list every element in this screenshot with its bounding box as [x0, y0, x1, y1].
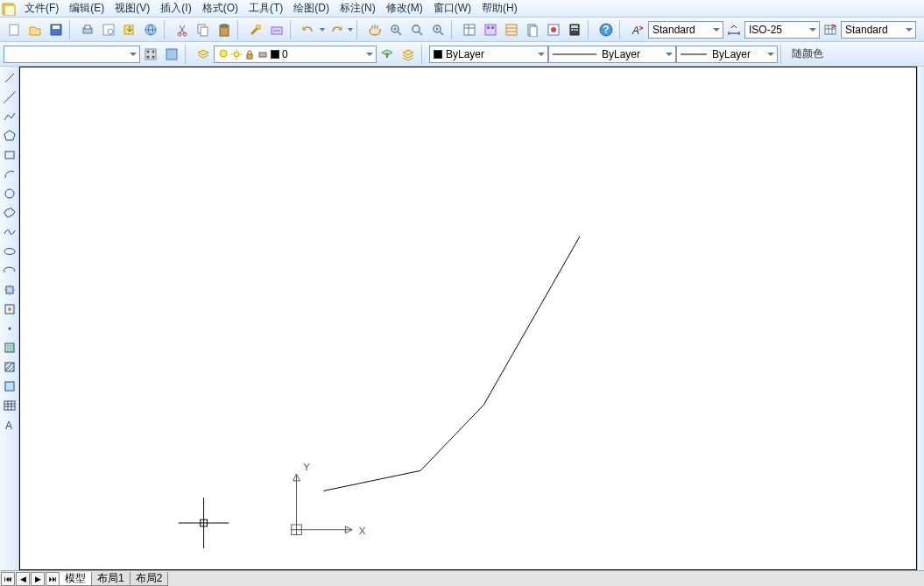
text-style-icon[interactable]: A	[628, 20, 647, 39]
svg-rect-65	[5, 382, 14, 391]
svg-point-61	[8, 307, 11, 311]
rectangle-tool[interactable]	[1, 146, 18, 164]
plotstyle-label: 随颜色	[788, 46, 827, 61]
menu-window[interactable]: 窗口(W)	[428, 0, 476, 18]
dim-style-combo[interactable]: ISO-25	[744, 21, 820, 39]
color-combo[interactable]: ByLayer	[429, 46, 548, 63]
cut-button[interactable]	[173, 20, 192, 39]
copy-button[interactable]	[194, 20, 213, 39]
ellipse-tool[interactable]	[1, 243, 18, 260]
lineweight-combo[interactable]: ByLayer	[676, 46, 778, 63]
line-tool[interactable]	[1, 69, 18, 87]
properties-button[interactable]	[460, 20, 479, 39]
circle-tool[interactable]	[1, 185, 18, 202]
pan-button[interactable]	[365, 20, 384, 39]
svg-point-30	[551, 27, 556, 32]
match-prop-button[interactable]	[246, 20, 265, 39]
tab-model[interactable]: 模型	[59, 572, 92, 586]
publish-button[interactable]	[120, 20, 139, 39]
drawing-content: Y X	[20, 67, 916, 569]
etransmit-button[interactable]	[141, 20, 160, 39]
new-button[interactable]	[4, 20, 24, 39]
clean-screen-button[interactable]	[162, 45, 181, 64]
ellipse-arc-tool[interactable]	[1, 262, 18, 279]
design-center-button[interactable]	[481, 20, 500, 39]
menu-file[interactable]: 文件(F)	[19, 0, 64, 18]
tab-model-label: 模型	[65, 571, 86, 586]
tab-last-button[interactable]: ⏭	[46, 572, 60, 586]
tab-layout1[interactable]: 布局1	[91, 572, 130, 586]
mtext-tool[interactable]: A	[1, 416, 18, 434]
svg-point-47	[234, 52, 239, 57]
menu-view[interactable]: 视图(V)	[109, 0, 155, 18]
tab-first-button[interactable]: ⏮	[1, 572, 15, 586]
point-tool[interactable]	[1, 320, 18, 337]
table-style-combo[interactable]: Standard	[841, 21, 916, 39]
calculator-button[interactable]	[565, 20, 584, 39]
sheet-set-button[interactable]	[523, 20, 542, 39]
save-button[interactable]	[46, 20, 66, 39]
tab-prev-button[interactable]: ◀	[16, 572, 30, 586]
tab-next-button[interactable]: ▶	[31, 572, 45, 586]
layer-combo[interactable]: 0	[214, 46, 377, 63]
tab-layout1-label: 布局1	[97, 571, 124, 586]
svg-point-44	[152, 55, 155, 58]
zoom-realtime-button[interactable]	[386, 20, 406, 39]
print-button[interactable]	[78, 20, 97, 39]
svg-rect-66	[4, 401, 15, 410]
block-editor-button[interactable]	[267, 20, 286, 39]
svg-point-62	[8, 328, 11, 330]
table-style-icon[interactable]	[821, 20, 840, 39]
print-preview-button[interactable]	[99, 20, 118, 39]
polyline-tool[interactable]	[1, 108, 18, 125]
drawing-canvas[interactable]: Y X	[19, 67, 917, 570]
layer-name: 0	[282, 48, 288, 60]
menu-draw[interactable]: 绘图(D)	[288, 0, 335, 18]
zoom-previous-button[interactable]	[428, 20, 448, 39]
zoom-window-button[interactable]	[407, 20, 427, 39]
help-button[interactable]: ?	[596, 20, 616, 39]
text-style-combo[interactable]: Standard	[648, 21, 723, 39]
hatch-tool[interactable]	[1, 339, 18, 357]
menu-insert[interactable]: 插入(I)	[155, 0, 196, 18]
text-style-value: Standard	[652, 24, 695, 36]
svg-point-20	[413, 25, 420, 32]
command-combo[interactable]	[4, 46, 140, 63]
menu-help[interactable]: 帮助(H)	[476, 0, 523, 18]
menu-edit[interactable]: 编辑(E)	[64, 0, 109, 18]
arc-tool[interactable]	[1, 166, 18, 183]
dim-style-icon[interactable]	[724, 20, 744, 39]
redo-button[interactable]	[327, 20, 346, 39]
open-button[interactable]	[25, 20, 45, 39]
tab-layout2[interactable]: 布局2	[130, 572, 169, 586]
insert-block-tool[interactable]	[1, 281, 18, 299]
tool-palettes-button[interactable]	[502, 20, 521, 39]
paste-button[interactable]	[215, 20, 234, 39]
svg-rect-33	[571, 29, 573, 31]
xline-tool[interactable]	[1, 88, 18, 106]
spline-tool[interactable]	[1, 223, 18, 241]
layer-states-button[interactable]	[399, 45, 418, 64]
table-tool[interactable]	[1, 397, 18, 414]
qnew-button[interactable]	[141, 45, 160, 64]
svg-point-46	[220, 50, 227, 57]
linetype-preview-icon	[553, 51, 596, 58]
svg-rect-45	[166, 49, 177, 60]
layer-manager-button[interactable]	[194, 45, 213, 64]
undo-button[interactable]	[299, 20, 318, 39]
svg-rect-4	[53, 25, 60, 29]
polygon-tool[interactable]	[1, 127, 18, 145]
region-tool[interactable]	[1, 378, 18, 395]
layer-previous-button[interactable]	[377, 45, 397, 64]
gradient-tool[interactable]	[1, 358, 18, 376]
svg-point-42	[152, 50, 155, 53]
menu-dim[interactable]: 标注(N)	[335, 0, 381, 18]
menu-tools[interactable]: 工具(T)	[243, 0, 288, 18]
svg-rect-6	[85, 25, 90, 29]
menu-modify[interactable]: 修改(M)	[381, 0, 428, 18]
markup-button[interactable]	[544, 20, 563, 39]
revcloud-tool[interactable]	[1, 204, 18, 222]
menu-format[interactable]: 格式(O)	[197, 0, 243, 18]
linetype-combo[interactable]: ByLayer	[548, 46, 676, 63]
make-block-tool[interactable]	[1, 300, 18, 318]
